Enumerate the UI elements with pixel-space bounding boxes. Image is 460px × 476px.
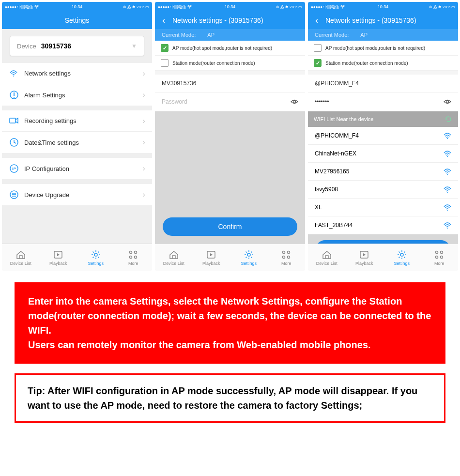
wifi-item[interactable]: fsvy5908 bbox=[308, 181, 458, 199]
carrier: 中国电信 bbox=[323, 4, 339, 10]
menu-label: Alarm Settings bbox=[24, 92, 65, 99]
home-icon bbox=[169, 249, 179, 260]
tab-playback[interactable]: Playback bbox=[193, 244, 230, 271]
ssid-value: @PHICOMM_F4 bbox=[315, 80, 359, 87]
menu-item-recording[interactable]: Recording settings › bbox=[2, 110, 152, 132]
tab-settings[interactable]: Settings bbox=[383, 244, 421, 271]
password-input[interactable]: Password bbox=[155, 92, 305, 111]
ip-icon: IP bbox=[9, 163, 19, 174]
station-mode-option[interactable]: Station mode(router connection mode) bbox=[155, 56, 305, 71]
ap-mode-option[interactable]: AP mode(hot spot mode,router is not requ… bbox=[308, 41, 458, 56]
wifi-item[interactable]: @PHICOMM_F4 bbox=[308, 127, 458, 145]
menu-item-datetime[interactable]: Date&Time settings › bbox=[2, 132, 152, 153]
page-title: Settings bbox=[65, 16, 90, 24]
password-value: ••••••• bbox=[315, 98, 329, 105]
ssid-input[interactable]: @PHICOMM_F4 bbox=[308, 75, 458, 92]
tab-settings[interactable]: Settings bbox=[230, 244, 268, 271]
back-button[interactable]: ‹ bbox=[308, 15, 325, 26]
mode-text: AP mode(hot spot mode,router is not requ… bbox=[325, 46, 425, 51]
gear-icon bbox=[91, 249, 101, 260]
svg-rect-9 bbox=[14, 92, 15, 96]
upgrade-icon bbox=[9, 189, 19, 200]
home-icon bbox=[322, 249, 332, 260]
menu-item-ip[interactable]: IP IP Configuration › bbox=[2, 158, 152, 179]
wifi-list-header: WIFI List Near the device bbox=[308, 111, 458, 127]
playback-icon bbox=[359, 249, 369, 260]
mode-text: AP mode(hot spot mode,router is not requ… bbox=[172, 46, 272, 51]
tab-device-list[interactable]: Device List bbox=[308, 244, 346, 271]
chevron-right-icon: › bbox=[142, 138, 145, 147]
eye-icon[interactable] bbox=[291, 98, 298, 106]
menu-item-alarm[interactable]: Alarm Settings › bbox=[2, 84, 152, 106]
page-title: Network settings - (30915736) bbox=[325, 16, 416, 24]
wifi-item[interactable]: FAST_20B744 bbox=[308, 216, 458, 234]
confirm-button[interactable]: Confirm bbox=[163, 217, 297, 236]
checkbox-icon bbox=[161, 59, 169, 67]
menu-label: Network settings bbox=[24, 70, 71, 77]
header: ‹ Network settings - (30915736) bbox=[308, 12, 458, 29]
refresh-icon[interactable] bbox=[445, 115, 452, 123]
more-icon bbox=[128, 249, 138, 260]
signal-icon: ●●●●● bbox=[5, 5, 16, 9]
playback-icon bbox=[206, 249, 216, 260]
mode-options: AP mode(hot spot mode,router is not requ… bbox=[155, 41, 305, 71]
menu-item-upgrade[interactable]: Device Upgrade › bbox=[2, 184, 152, 205]
status-bar: ●●●●● 中国电信 10:34 ⊕ ⁂ ✱ 28% ▭ bbox=[155, 2, 305, 12]
eye-icon[interactable] bbox=[444, 98, 451, 106]
tabbar: Device List Playback Settings More bbox=[2, 244, 152, 271]
clock-icon bbox=[9, 137, 19, 148]
current-mode-bar: Current Mode: AP bbox=[308, 29, 458, 41]
ssid-input[interactable]: MV30915736 bbox=[155, 75, 305, 92]
tabbar: Device List Playback Settings More bbox=[308, 244, 458, 271]
tab-device-list[interactable]: Device List bbox=[155, 244, 193, 271]
chevron-down-icon: ▼ bbox=[131, 43, 137, 49]
wifi-status-icon bbox=[187, 4, 193, 9]
wifi-icon bbox=[444, 132, 451, 139]
chevron-right-icon: › bbox=[142, 69, 145, 78]
status-time: 10:34 bbox=[225, 4, 236, 9]
wifi-status-icon bbox=[340, 4, 346, 9]
tab-device-list[interactable]: Device List bbox=[2, 244, 40, 271]
tab-playback[interactable]: Playback bbox=[346, 244, 383, 271]
camera-icon bbox=[9, 116, 19, 126]
device-id: 30915736 bbox=[41, 42, 71, 50]
mode-text: Station mode(router connection mode) bbox=[172, 61, 255, 66]
wifi-item[interactable]: ChinaNet-nGEX bbox=[308, 145, 458, 163]
tab-settings[interactable]: Settings bbox=[77, 244, 115, 271]
home-icon bbox=[15, 249, 26, 260]
svg-text:IP: IP bbox=[12, 167, 16, 171]
device-selector[interactable]: Device 30915736 ▼ bbox=[10, 36, 144, 56]
tab-more[interactable]: More bbox=[268, 244, 306, 271]
current-mode-value: AP bbox=[207, 32, 215, 38]
tab-more[interactable]: More bbox=[115, 244, 153, 271]
status-icons: ⊕ ⁂ ✱ bbox=[123, 5, 136, 9]
tip-box: Tip: After WIFI configuration in AP mode… bbox=[15, 373, 445, 423]
chevron-right-icon: › bbox=[142, 164, 145, 173]
page-title: Network settings - (30915736) bbox=[172, 16, 263, 24]
tab-more[interactable]: More bbox=[421, 244, 459, 271]
status-time: 10:34 bbox=[378, 4, 389, 9]
tab-playback[interactable]: Playback bbox=[40, 244, 77, 271]
ap-mode-option[interactable]: AP mode(hot spot mode,router is not requ… bbox=[155, 41, 305, 56]
station-mode-option[interactable]: Station mode(router connection mode) bbox=[308, 56, 458, 71]
wifi-item[interactable]: XL bbox=[308, 199, 458, 216]
checkbox-checked-icon bbox=[161, 44, 169, 52]
carrier: 中国电信 bbox=[17, 4, 33, 10]
gear-icon bbox=[397, 249, 407, 260]
current-mode-label: Current Mode: bbox=[162, 32, 196, 38]
current-mode-label: Current Mode: bbox=[315, 32, 349, 38]
menu-label: Device Upgrade bbox=[24, 191, 69, 199]
battery-pct: 28% bbox=[443, 5, 450, 9]
more-icon bbox=[281, 249, 291, 260]
wifi-item[interactable]: MV27956165 bbox=[308, 163, 458, 181]
password-input[interactable]: ••••••• bbox=[308, 92, 458, 111]
wifi-list-title: WIFI List Near the device bbox=[314, 116, 374, 122]
back-button[interactable]: ‹ bbox=[155, 15, 172, 26]
mode-text: Station mode(router connection mode) bbox=[325, 61, 408, 66]
status-bar: ●●●●● 中国电信 10:34 ⊕ ⁂ ✱ 28% ▭ bbox=[308, 2, 458, 12]
chevron-right-icon: › bbox=[142, 90, 145, 100]
wifi-icon bbox=[444, 186, 451, 193]
menu-item-network[interactable]: Network settings › bbox=[2, 63, 152, 84]
phone-network-ap: ●●●●● 中国电信 10:34 ⊕ ⁂ ✱ 28% ▭ ‹ Network s… bbox=[155, 2, 305, 271]
confirm-button[interactable]: Confirm bbox=[316, 240, 450, 244]
